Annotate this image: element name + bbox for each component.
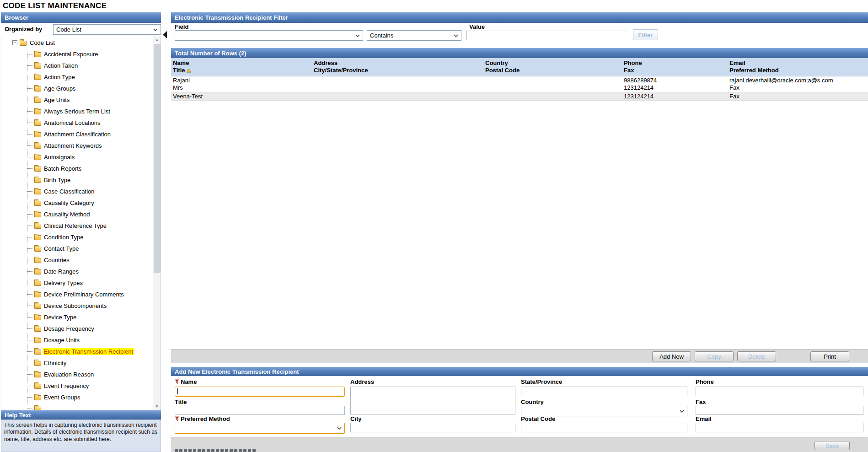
tree-item-label: Condition Type xyxy=(43,234,85,241)
cell-name-title: RajaniMrs xyxy=(171,76,312,92)
folder-icon xyxy=(20,41,27,46)
folder-icon xyxy=(34,178,41,183)
tree-item-attachment-classification[interactable]: Attachment Classification xyxy=(1,129,153,140)
filter-body: Field Contains Value Filter xyxy=(171,23,868,48)
tree-item-always-serious-term-list[interactable]: Always Serious Term List xyxy=(1,106,153,117)
tree-item-delivery-types[interactable]: Delivery Types xyxy=(1,277,153,289)
tree-item-ethnicity[interactable]: Ethnicity xyxy=(1,357,153,369)
tree-connector xyxy=(27,145,32,146)
postal-code-input[interactable] xyxy=(521,423,687,432)
column-header-country[interactable]: CountryPostal Code xyxy=(483,58,622,76)
tree-item-label: Event Frequency xyxy=(43,382,90,389)
tree-item-countries[interactable]: Countries xyxy=(1,254,153,266)
tree-item-dosage-frequency[interactable]: Dosage Frequency xyxy=(1,323,153,334)
tree-item-device-type[interactable]: Device Type xyxy=(1,312,153,323)
tree-item-autosignals[interactable]: Autosignals xyxy=(1,151,153,163)
title-input[interactable] xyxy=(175,406,345,415)
table-row[interactable]: RajaniMrs 9886289874123124214 rajani.dev… xyxy=(171,76,868,92)
scroll-down-icon[interactable]: ▼ xyxy=(153,403,161,410)
state-input[interactable] xyxy=(521,387,687,396)
tree-connector xyxy=(27,157,32,157)
address-textarea[interactable] xyxy=(350,387,515,414)
organized-by-label: Organized by xyxy=(5,26,42,32)
cell-phone-fax: 123124214 xyxy=(622,92,728,100)
tree-connector xyxy=(27,77,32,77)
tree-item-label: Attachment Classification xyxy=(43,131,112,138)
tree-item-evaluation-reason[interactable]: Evaluation Reason xyxy=(1,369,153,380)
title-label: Title xyxy=(175,398,187,405)
column-header-phone[interactable]: PhoneFax xyxy=(622,58,728,76)
tree-item-event-frequency[interactable]: Event Frequency xyxy=(1,380,153,392)
folder-icon xyxy=(34,121,41,126)
folder-icon xyxy=(34,109,41,114)
email-input[interactable] xyxy=(696,423,863,432)
tree-item-label: Action Type xyxy=(43,74,76,81)
delete-button[interactable]: Delete xyxy=(737,351,776,361)
chevron-down-icon xyxy=(153,28,158,31)
tree-item-label: Event Groups xyxy=(43,394,81,401)
city-input[interactable] xyxy=(350,423,515,432)
tree-item-condition-type[interactable]: Condition Type xyxy=(1,231,153,243)
tree-item-label: Device Subcomponents xyxy=(43,302,107,309)
tree-item-label: Clinical Reference Type xyxy=(43,222,107,229)
add-new-button[interactable]: Add New xyxy=(652,351,691,361)
filter-section-header: Electronic Transmission Recipient Filter xyxy=(171,12,868,23)
sort-ascending-icon xyxy=(186,69,192,73)
folder-icon xyxy=(34,155,41,160)
copy-button[interactable]: Copy xyxy=(695,351,734,361)
tree-item-dosage-units[interactable]: Dosage Units xyxy=(1,334,153,346)
expand-collapse-icon[interactable]: − xyxy=(12,40,17,45)
tree-root[interactable]: −Code List xyxy=(1,37,153,48)
tree-item-age-groups[interactable]: Age Groups xyxy=(1,83,153,94)
tree-item-action-taken[interactable]: Action Taken xyxy=(1,60,153,71)
fax-input[interactable] xyxy=(696,406,863,415)
tree-item-causality-method[interactable]: Causality Method xyxy=(1,209,153,220)
tree-connector xyxy=(27,100,32,100)
tree-scrollbar[interactable]: ▲ ▼ xyxy=(153,36,161,410)
scroll-up-icon[interactable]: ▲ xyxy=(153,36,161,43)
tree-item-accidental-exposure[interactable]: Accidental Exposure xyxy=(1,48,153,60)
tree-item-electronic-transmission-recipient[interactable]: Electronic Transmission Recipient xyxy=(1,346,153,357)
tree-item-attachment-keywords[interactable]: Attachment Keywords xyxy=(1,140,153,151)
tree-item-event-groups[interactable]: Event Groups xyxy=(1,392,153,403)
column-header-email[interactable]: EmailPreferred Method xyxy=(728,58,868,76)
tree-connector xyxy=(27,317,32,317)
operator-select[interactable]: Contains xyxy=(367,30,461,41)
field-select[interactable] xyxy=(175,30,363,41)
tree-item-device-preliminary-comments[interactable]: Device Preliminary Comments xyxy=(1,289,153,300)
tree-item-anatomical-locations[interactable]: Anatomical Locations xyxy=(1,117,153,129)
tree-item-batch-reports[interactable]: Batch Reports xyxy=(1,163,153,174)
code-list-maintenance-screen: CODE LIST MAINTENANCE Browser Organized … xyxy=(0,0,868,452)
tree-item-causality-category[interactable]: Causality Category xyxy=(1,197,153,209)
tree-item-age-units[interactable]: Age Units xyxy=(1,94,153,106)
help-text-header: Help Text xyxy=(1,410,161,420)
filter-value-input[interactable] xyxy=(466,31,629,40)
tree-item-contact-type[interactable]: Contact Type xyxy=(1,243,153,254)
folder-icon xyxy=(34,64,41,69)
organized-by-select[interactable]: Code List xyxy=(53,24,161,35)
print-button[interactable]: Print xyxy=(810,351,849,361)
scroll-thumb[interactable] xyxy=(154,44,161,273)
tree-item-date-ranges[interactable]: Date Ranges xyxy=(1,266,153,277)
preferred-method-select[interactable] xyxy=(175,423,345,434)
save-button[interactable]: Save xyxy=(814,441,850,450)
phone-input[interactable] xyxy=(696,387,863,396)
tree-item-device-subcomponents[interactable]: Device Subcomponents xyxy=(1,300,153,312)
organized-by-row: Organized by Code List xyxy=(1,23,161,36)
filter-button[interactable]: Filter xyxy=(633,29,658,40)
tree-item-clinical-reference-type[interactable]: Clinical Reference Type xyxy=(1,220,153,231)
country-select[interactable] xyxy=(521,406,687,416)
column-header-address[interactable]: AddressCity/State/Province xyxy=(312,58,483,76)
column-header-name[interactable]: Name Title xyxy=(171,58,312,76)
table-row[interactable]: Veena-Test 123124214 Fax xyxy=(171,92,868,101)
collapse-panel-icon[interactable] xyxy=(163,31,167,38)
tree-item-label: Always Serious Term List xyxy=(43,108,111,115)
tree-item-case-classification[interactable]: Case Classification xyxy=(1,186,153,197)
tree-item-action-type[interactable]: Action Type xyxy=(1,71,153,83)
name-input[interactable] xyxy=(175,387,345,397)
folder-icon xyxy=(34,212,41,217)
tree-item-label: Birth Type xyxy=(43,177,71,183)
tree-item-birth-type[interactable]: Birth Type xyxy=(1,174,153,186)
state-label: State/Province xyxy=(521,378,562,385)
tree-item-label: Anatomical Locations xyxy=(43,119,102,126)
